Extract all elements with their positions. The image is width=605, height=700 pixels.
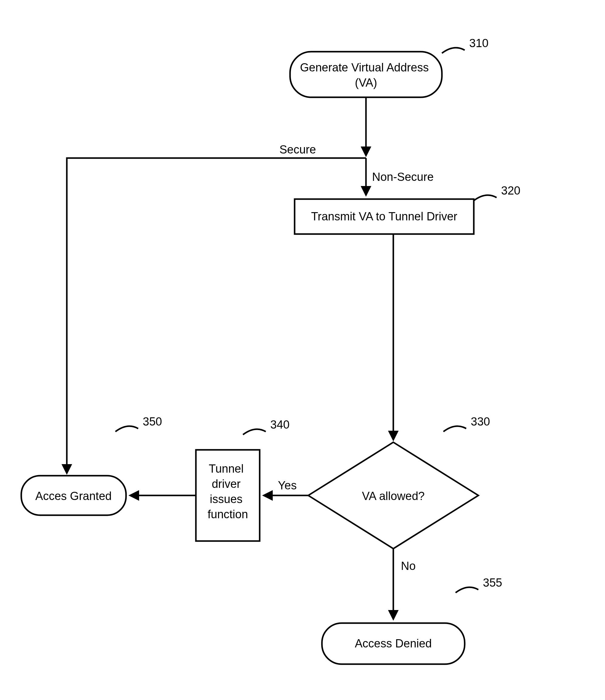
node-generate-va-line1: Generate Virtual Address — [300, 61, 429, 74]
ref-330: 330 — [443, 415, 490, 432]
node-transmit-va: Transmit VA to Tunnel Driver — [295, 199, 474, 234]
ref-340-label: 340 — [270, 418, 289, 431]
ref-310-label: 310 — [469, 37, 489, 50]
ref-310: 310 — [442, 37, 489, 53]
node-tunnel-line3: issues — [210, 493, 243, 505]
ref-350: 350 — [115, 415, 162, 432]
node-access-granted-text: Acces Granted — [35, 490, 111, 502]
ref-320-label: 320 — [501, 184, 520, 197]
ref-330-label: 330 — [471, 415, 490, 428]
node-tunnel-line2: driver — [212, 477, 240, 490]
node-tunnel-driver-function: Tunnel driver issues function — [196, 450, 260, 541]
node-va-allowed-text: VA allowed? — [362, 490, 425, 502]
ref-340: 340 — [243, 418, 289, 435]
node-access-granted: Acces Granted — [21, 476, 126, 515]
edge-no-label: No — [401, 559, 416, 572]
ref-320: 320 — [474, 184, 520, 201]
node-transmit-va-text: Transmit VA to Tunnel Driver — [311, 210, 457, 223]
edge-nonsecure-label: Non-Secure — [372, 171, 434, 183]
node-access-denied: Access Denied — [322, 623, 465, 664]
edge-yes-label: Yes — [278, 479, 297, 492]
node-generate-va-line2: (VA) — [355, 76, 377, 89]
flowchart-canvas: Generate Virtual Address (VA) 310 Secure… — [0, 0, 605, 700]
node-access-denied-text: Access Denied — [355, 637, 431, 650]
node-va-allowed: VA allowed? — [308, 442, 478, 549]
ref-355: 355 — [455, 576, 502, 593]
node-tunnel-line4: function — [207, 508, 248, 521]
ref-350-label: 350 — [143, 415, 162, 428]
svg-rect-0 — [290, 52, 442, 97]
node-tunnel-line1: Tunnel — [209, 462, 243, 475]
node-generate-va: Generate Virtual Address (VA) — [290, 52, 442, 97]
ref-355-label: 355 — [483, 576, 502, 589]
edge-secure-label: Secure — [280, 143, 316, 156]
